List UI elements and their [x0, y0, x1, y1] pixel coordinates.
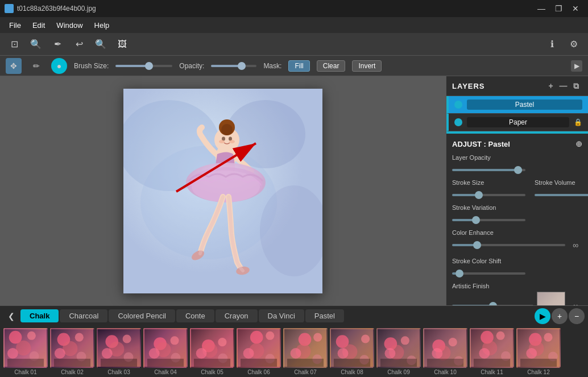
thumbnail-3[interactable]: Chalk 03: [97, 328, 141, 375]
layer-name-pastel: Pastel: [467, 100, 582, 110]
duplicate-layer-button[interactable]: ⧉: [570, 80, 582, 92]
thumbnail-4[interactable]: Chalk 04: [143, 328, 188, 375]
menu-help[interactable]: Help: [89, 19, 115, 32]
thumbnail-7[interactable]: Chalk 07: [283, 328, 328, 375]
adjust-panel: ADJUST : Pastel ⊕ Layer Opacity Stroke S…: [446, 135, 588, 305]
tab-conte[interactable]: Conte: [176, 309, 214, 322]
svg-point-50: [250, 330, 263, 343]
thumbnail-strip: Chalk 01 Chalk 02 Chalk 03 Chalk 04: [0, 326, 588, 377]
settings-button[interactable]: ⚙: [565, 36, 582, 53]
svg-point-22: [16, 340, 31, 355]
brush-size-slider[interactable]: [115, 65, 172, 67]
zoom-in-tool[interactable]: 🔍: [92, 36, 109, 53]
artistic-finish-thumbnail[interactable]: [537, 292, 565, 305]
expand-button[interactable]: ▶: [571, 60, 582, 72]
pen-tool[interactable]: ✒: [49, 36, 66, 53]
svg-rect-31: [54, 358, 90, 366]
thumbnail-12[interactable]: Chalk 12: [516, 328, 561, 375]
svg-point-39: [170, 336, 179, 345]
layer-opacity-slider[interactable]: [452, 169, 525, 171]
fill-button[interactable]: Fill: [288, 60, 309, 72]
tab-crayon[interactable]: Crayon: [216, 309, 258, 322]
minimize-layer-button[interactable]: —: [557, 80, 570, 92]
menu-file[interactable]: File: [3, 19, 27, 32]
svg-point-11: [219, 140, 225, 143]
svg-point-81: [496, 331, 505, 339]
thumbnail-label-5: Chalk 05: [201, 369, 223, 375]
play-button[interactable]: ▶: [535, 308, 550, 324]
close-button[interactable]: ✕: [568, 1, 583, 16]
tab-colored-pencil[interactable]: Colored Pencil: [109, 309, 175, 322]
thumbnail-image-3: [97, 328, 141, 368]
stroke-size-label: Stroke Size: [452, 179, 525, 186]
artistic-finish-row: Artistic Finish ∞: [452, 283, 582, 305]
layers-title: LAYERS: [452, 82, 545, 90]
canvas-area[interactable]: [0, 76, 446, 305]
remove-preset-button[interactable]: −: [569, 308, 585, 324]
stroke-variation-label: Stroke Variation: [452, 204, 582, 211]
opacity-label: Opacity:: [179, 62, 204, 70]
stroke-color-shift-slider[interactable]: [452, 272, 525, 275]
layer-opacity-label: Layer Opacity: [452, 154, 582, 161]
thumbnail-label-3: Chalk 03: [107, 369, 130, 375]
color-enhance-link[interactable]: ∞: [569, 238, 582, 252]
minimize-button[interactable]: —: [533, 1, 549, 16]
thumbnail-9[interactable]: Chalk 09: [376, 328, 421, 375]
thumbnail-8[interactable]: Chalk 08: [330, 328, 374, 375]
thumbnail-label-1: Chalk 01: [14, 369, 36, 375]
svg-point-77: [432, 348, 442, 359]
menu-edit[interactable]: Edit: [27, 19, 51, 32]
tab-pastel[interactable]: Pastel: [305, 309, 344, 322]
thumbnail-10[interactable]: Chalk 10: [423, 328, 467, 375]
svg-rect-85: [474, 358, 510, 366]
thumbnail-1[interactable]: Chalk 01: [3, 328, 48, 375]
svg-point-87: [544, 333, 552, 341]
invert-button[interactable]: Invert: [352, 60, 382, 72]
add-layer-button[interactable]: +: [545, 80, 557, 92]
svg-point-47: [196, 348, 207, 359]
artistic-finish-link[interactable]: ∞: [569, 299, 582, 305]
tabs-scroll-left[interactable]: ❮: [3, 308, 19, 324]
zoom-out-tool[interactable]: 🔍: [27, 36, 44, 53]
tab-charcoal[interactable]: Charcoal: [60, 309, 107, 322]
adjust-link-icon[interactable]: ⊕: [575, 139, 582, 148]
thumbnail-6[interactable]: Chalk 06: [237, 328, 281, 375]
maximize-button[interactable]: ❐: [550, 1, 566, 16]
svg-point-21: [27, 331, 36, 339]
lock-icon: 🔒: [574, 118, 582, 126]
color-enhance-label: Color Enhance: [452, 229, 582, 236]
thumbnail-image-6: [237, 328, 281, 368]
color-enhance-slider[interactable]: [452, 244, 565, 246]
clear-button[interactable]: Clear: [317, 60, 346, 72]
options-bar: ✥ ✏ ● Brush Size: Opacity: Mask: Fill Cl…: [0, 56, 588, 76]
tab-chalk[interactable]: Chalk: [20, 309, 59, 322]
crop-tool[interactable]: ⊡: [6, 36, 23, 53]
brush-tool-opt[interactable]: ✏: [28, 58, 44, 74]
layer-name-paper: Paper: [467, 117, 569, 127]
stroke-volume-label: Stroke Volume: [535, 179, 588, 186]
stroke-volume-slider[interactable]: [535, 194, 588, 196]
svg-rect-37: [101, 358, 137, 366]
svg-rect-73: [380, 358, 417, 366]
layer-item-paper[interactable]: Paper 🔒: [446, 114, 588, 131]
thumbnail-5[interactable]: Chalk 05: [190, 328, 234, 375]
tab-da-vinci[interactable]: Da Vinci: [259, 309, 304, 322]
svg-point-29: [55, 348, 65, 359]
opacity-slider[interactable]: [211, 65, 256, 67]
info-button[interactable]: ℹ: [544, 36, 561, 53]
add-preset-button[interactable]: +: [552, 308, 568, 324]
thumbnail-11[interactable]: Chalk 11: [470, 328, 514, 375]
menu-window[interactable]: Window: [51, 19, 88, 32]
stroke-color-shift-label: Stroke Color Shift: [452, 258, 582, 264]
svg-point-33: [123, 334, 131, 343]
move-tool[interactable]: ✥: [6, 58, 22, 74]
layer-item-pastel[interactable]: Pastel: [446, 96, 588, 114]
image-tool[interactable]: 🖼: [114, 36, 131, 53]
redo-tool[interactable]: ↩: [71, 36, 88, 53]
svg-rect-91: [520, 358, 557, 366]
thumbnail-2[interactable]: Chalk 02: [50, 328, 94, 375]
stroke-variation-slider[interactable]: [452, 219, 525, 221]
eye-tool[interactable]: ●: [51, 58, 67, 74]
svg-point-3: [140, 146, 277, 259]
stroke-size-slider[interactable]: [452, 194, 525, 196]
